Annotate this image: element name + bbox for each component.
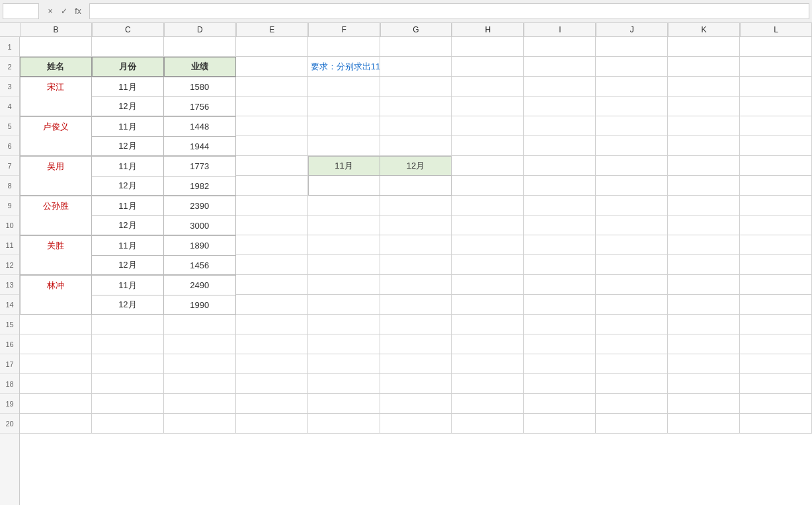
cell-f20[interactable] bbox=[308, 414, 380, 434]
row-num-20[interactable]: 20 bbox=[0, 414, 19, 434]
cell-l8[interactable] bbox=[740, 176, 812, 196]
cell-g6[interactable] bbox=[380, 136, 452, 156]
cell-c8-month[interactable]: 12月 bbox=[92, 176, 164, 196]
cell-d8-value[interactable]: 1982 bbox=[164, 176, 236, 196]
cell-h10[interactable] bbox=[452, 215, 524, 235]
cell-i11[interactable] bbox=[524, 235, 596, 255]
cell-h8[interactable] bbox=[452, 176, 524, 196]
cell-d17[interactable] bbox=[164, 354, 236, 374]
cell-e20[interactable] bbox=[236, 414, 308, 434]
cell-d6-value[interactable]: 1944 bbox=[164, 136, 236, 156]
cell-e3[interactable] bbox=[236, 77, 308, 97]
cell-j8[interactable] bbox=[596, 176, 668, 196]
cell-l1[interactable] bbox=[740, 37, 812, 57]
cell-k12[interactable] bbox=[668, 255, 740, 275]
cell-j12[interactable] bbox=[596, 255, 668, 275]
cell-j15[interactable] bbox=[596, 315, 668, 334]
cell-e4[interactable] bbox=[236, 97, 308, 116]
cell-h5[interactable] bbox=[452, 116, 524, 136]
cell-h15[interactable] bbox=[452, 315, 524, 334]
cell-b3-name-songjian[interactable]: 宋江 bbox=[20, 77, 92, 97]
col-header-e[interactable]: E bbox=[236, 23, 308, 36]
cell-b17[interactable] bbox=[20, 354, 92, 374]
cell-e10[interactable] bbox=[236, 215, 308, 235]
cell-g5[interactable] bbox=[380, 116, 452, 136]
cell-g4[interactable] bbox=[380, 97, 452, 116]
cell-d1[interactable] bbox=[164, 37, 236, 57]
cell-e12[interactable] bbox=[236, 255, 308, 275]
cell-i6[interactable] bbox=[524, 136, 596, 156]
formula-input[interactable] bbox=[89, 3, 809, 19]
cell-i3[interactable] bbox=[524, 77, 596, 97]
cell-i13[interactable] bbox=[524, 275, 596, 295]
cell-b14-name-empty[interactable] bbox=[20, 295, 92, 315]
cell-g9[interactable] bbox=[380, 196, 452, 215]
row-num-15[interactable]: 15 bbox=[0, 315, 19, 334]
cell-c10-month[interactable]: 12月 bbox=[92, 215, 164, 235]
cell-f12[interactable] bbox=[308, 255, 380, 275]
col-header-f[interactable]: F bbox=[308, 23, 380, 36]
cell-h1[interactable] bbox=[452, 37, 524, 57]
col-header-j[interactable]: J bbox=[596, 23, 668, 36]
cell-f7-result-nov-header[interactable]: 11月 bbox=[308, 156, 380, 176]
cell-h20[interactable] bbox=[452, 414, 524, 434]
cell-b1[interactable] bbox=[20, 37, 92, 57]
cell-d14-value[interactable]: 1990 bbox=[164, 295, 236, 315]
cell-j5[interactable] bbox=[596, 116, 668, 136]
cell-d3-value[interactable]: 1580 bbox=[164, 77, 236, 97]
cell-l2[interactable] bbox=[740, 57, 812, 77]
cell-k5[interactable] bbox=[668, 116, 740, 136]
cell-c9-month[interactable]: 11月 bbox=[92, 196, 164, 215]
cell-d5-value[interactable]: 1448 bbox=[164, 116, 236, 136]
cell-b20[interactable] bbox=[20, 414, 92, 434]
cell-e7[interactable] bbox=[236, 156, 308, 176]
cell-k1[interactable] bbox=[668, 37, 740, 57]
cell-k18[interactable] bbox=[668, 374, 740, 394]
cell-l12[interactable] bbox=[740, 255, 812, 275]
cell-d11-value[interactable]: 1890 bbox=[164, 235, 236, 255]
cell-k14[interactable] bbox=[668, 295, 740, 315]
cell-c17[interactable] bbox=[92, 354, 164, 374]
cell-b2-header-name[interactable]: 姓名 bbox=[20, 57, 92, 77]
cell-j20[interactable] bbox=[596, 414, 668, 434]
cell-k13[interactable] bbox=[668, 275, 740, 295]
cell-d2-header-perf[interactable]: 业绩 bbox=[164, 57, 236, 77]
cell-k3[interactable] bbox=[668, 77, 740, 97]
cell-k6[interactable] bbox=[668, 136, 740, 156]
cell-l16[interactable] bbox=[740, 334, 812, 354]
cell-l11[interactable] bbox=[740, 235, 812, 255]
cell-j2[interactable] bbox=[596, 57, 668, 77]
cell-d12-value[interactable]: 1456 bbox=[164, 255, 236, 275]
cell-d19[interactable] bbox=[164, 394, 236, 414]
cell-e5[interactable] bbox=[236, 116, 308, 136]
cell-e9[interactable] bbox=[236, 196, 308, 215]
cell-h11[interactable] bbox=[452, 235, 524, 255]
cell-l19[interactable] bbox=[740, 394, 812, 414]
cell-c11-month[interactable]: 11月 bbox=[92, 235, 164, 255]
cell-j13[interactable] bbox=[596, 275, 668, 295]
cell-i5[interactable] bbox=[524, 116, 596, 136]
cell-f1[interactable] bbox=[308, 37, 380, 57]
cell-d18[interactable] bbox=[164, 374, 236, 394]
cell-e17[interactable] bbox=[236, 354, 308, 374]
cell-j3[interactable] bbox=[596, 77, 668, 97]
cell-f8-result-nov-value[interactable] bbox=[308, 176, 380, 196]
cell-l3[interactable] bbox=[740, 77, 812, 97]
cell-b13-name-linchong[interactable]: 林冲 bbox=[20, 275, 92, 295]
cell-h12[interactable] bbox=[452, 255, 524, 275]
row-num-17[interactable]: 17 bbox=[0, 354, 19, 374]
cell-f19[interactable] bbox=[308, 394, 380, 414]
cell-g14[interactable] bbox=[380, 295, 452, 315]
cell-f6[interactable] bbox=[308, 136, 380, 156]
row-num-16[interactable]: 16 bbox=[0, 334, 19, 354]
cell-b8-name-empty[interactable] bbox=[20, 176, 92, 196]
cell-i15[interactable] bbox=[524, 315, 596, 334]
cell-k10[interactable] bbox=[668, 215, 740, 235]
cell-l17[interactable] bbox=[740, 354, 812, 374]
cell-d9-value[interactable]: 2390 bbox=[164, 196, 236, 215]
cell-i1[interactable] bbox=[524, 37, 596, 57]
cell-j6[interactable] bbox=[596, 136, 668, 156]
cell-c5-month[interactable]: 11月 bbox=[92, 116, 164, 136]
cell-h2[interactable] bbox=[452, 57, 524, 77]
cell-i12[interactable] bbox=[524, 255, 596, 275]
